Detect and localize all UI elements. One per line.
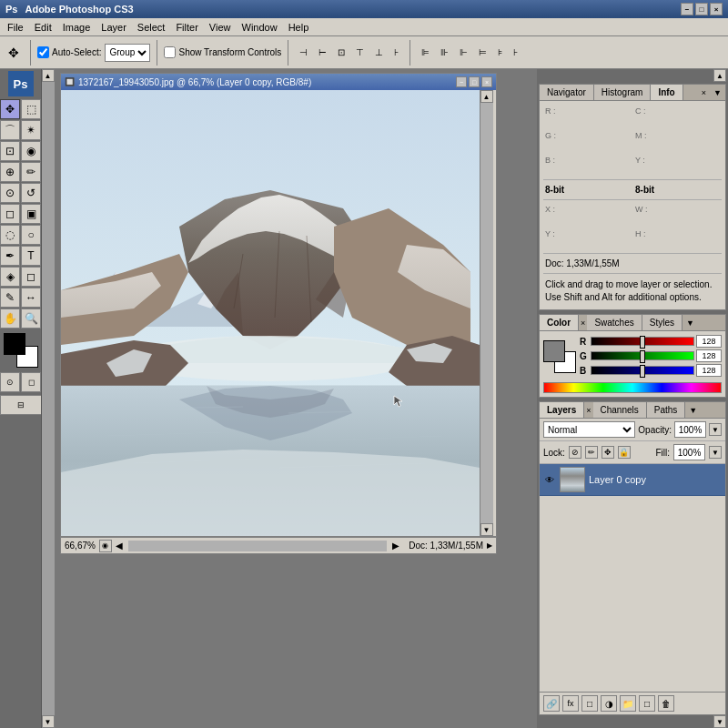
align-left-btn[interactable]: ⊣ <box>295 45 312 60</box>
layer-link-btn[interactable]: 🔗 <box>543 695 560 712</box>
shape-tool[interactable]: ◻ <box>21 267 41 287</box>
eraser-tool[interactable]: ◻ <box>0 204 20 224</box>
doc-maximize-btn[interactable]: □ <box>469 76 480 87</box>
tab-navigator[interactable]: Navigator <box>540 85 594 100</box>
layer-group-btn[interactable]: 📁 <box>620 695 636 712</box>
blend-mode-dropdown[interactable]: Normal Multiply Screen <box>543 421 635 438</box>
lock-image-btn[interactable]: ✏ <box>585 446 598 459</box>
notes-tool[interactable]: ✎ <box>0 288 20 308</box>
tab-swatches[interactable]: Swatches <box>587 315 642 330</box>
dodge-tool[interactable]: ○ <box>21 225 41 245</box>
doc-minimize-btn[interactable]: − <box>456 76 467 87</box>
tab-paths[interactable]: Paths <box>647 402 686 418</box>
tab-styles[interactable]: Styles <box>642 315 682 330</box>
menu-file[interactable]: File <box>2 20 29 35</box>
auto-select-dropdown[interactable]: Group Layer <box>105 44 150 62</box>
eyedropper-tool[interactable]: ◉ <box>21 141 41 161</box>
align-right-btn[interactable]: ⊡ <box>333 45 349 60</box>
pen-tool[interactable]: ✒ <box>0 246 20 266</box>
menu-image[interactable]: Image <box>57 20 96 35</box>
align-center-btn[interactable]: ⊢ <box>314 45 331 60</box>
menu-window[interactable]: Window <box>237 20 283 35</box>
g-thumb[interactable] <box>640 350 645 363</box>
r-slider[interactable] <box>591 337 694 346</box>
r-thumb[interactable] <box>640 336 645 349</box>
opacity-input[interactable] <box>674 421 706 438</box>
fill-scroll-btn[interactable]: ▼ <box>709 446 722 459</box>
move-tool-btn[interactable]: ✥ <box>4 43 24 63</box>
dist-v2-btn[interactable]: ⊨ <box>474 45 491 60</box>
layers-tab-close[interactable]: × <box>584 404 592 417</box>
path-select-tool[interactable]: ◈ <box>0 267 20 287</box>
layer-adj-btn[interactable]: ◑ <box>601 695 617 712</box>
auto-select-checkbox[interactable] <box>37 46 49 58</box>
info-panel-menu[interactable]: ▼ <box>710 86 725 99</box>
color-tab-close[interactable]: × <box>579 317 587 329</box>
tab-color[interactable]: Color <box>540 315 579 330</box>
dist-h-btn[interactable]: ⊫ <box>417 45 434 60</box>
dist-v3-btn[interactable]: ⊦ <box>509 45 522 60</box>
minimize-button[interactable]: − <box>681 3 693 15</box>
b-thumb[interactable] <box>640 365 645 378</box>
standard-mode-btn[interactable]: ◻ <box>21 372 41 392</box>
lasso-tool[interactable]: ⌒ <box>0 120 20 140</box>
screen-toggle[interactable]: ⊟ <box>0 395 42 415</box>
panel-scroll-up[interactable]: ▲ <box>713 69 726 82</box>
g-slider[interactable] <box>591 351 694 360</box>
doc-close-btn[interactable]: × <box>481 76 492 87</box>
menu-filter[interactable]: Filter <box>170 20 203 35</box>
info-panel-close[interactable]: × <box>698 86 710 99</box>
marquee-tool[interactable]: ⬚ <box>21 99 41 119</box>
healing-tool[interactable]: ⊕ <box>0 162 20 182</box>
crop-tool[interactable]: ⊡ <box>0 141 20 161</box>
zoom-preview-btn[interactable]: ◉ <box>99 540 112 552</box>
history-tool[interactable]: ↺ <box>21 183 41 203</box>
close-button[interactable]: × <box>710 3 723 15</box>
scroll-down-btn[interactable]: ▼ <box>42 715 55 728</box>
brush-tool[interactable]: ✏ <box>21 162 41 182</box>
vscroll-down-btn[interactable]: ▼ <box>480 523 493 536</box>
color-swatches[interactable] <box>4 333 38 368</box>
zoom-tool[interactable]: 🔍 <box>21 308 41 329</box>
dist-h3-btn[interactable]: ⊧ <box>493 45 507 60</box>
b-slider[interactable] <box>591 366 694 375</box>
blur-tool[interactable]: ◌ <box>0 225 20 245</box>
maximize-button[interactable]: □ <box>695 3 708 15</box>
r-value[interactable]: 128 <box>696 335 722 348</box>
hscroll-track[interactable] <box>128 541 387 551</box>
layer-mask-btn[interactable]: □ <box>581 695 598 712</box>
layer-visibility-btn[interactable]: 👁 <box>543 473 556 486</box>
menu-help[interactable]: Help <box>283 20 315 35</box>
scroll-up-btn[interactable]: ▲ <box>42 69 55 82</box>
quick-mask-btn[interactable]: ⊙ <box>0 372 20 392</box>
layers-panel-menu[interactable]: ▼ <box>685 404 701 417</box>
color-spectrum[interactable] <box>543 382 722 393</box>
screen-mode-btn[interactable]: ⊟ <box>0 395 42 415</box>
align-top-btn[interactable]: ⊤ <box>351 45 369 60</box>
b-value[interactable]: 128 <box>696 364 722 377</box>
menu-edit[interactable]: Edit <box>29 20 57 35</box>
dist-h2-btn[interactable]: ⊩ <box>455 45 472 60</box>
opacity-scroll-btn[interactable]: ▼ <box>709 423 722 436</box>
hscroll-right[interactable]: ▶ <box>392 541 399 551</box>
move-tool[interactable]: ✥ <box>0 99 20 119</box>
layer-new-btn[interactable]: □ <box>639 695 655 712</box>
clone-tool[interactable]: ⊙ <box>0 183 20 203</box>
vscroll-up-btn[interactable]: ▲ <box>480 90 493 103</box>
gradient-tool[interactable]: ▣ <box>21 204 41 224</box>
align-middle-btn[interactable]: ⊥ <box>370 45 388 60</box>
align-bottom-btn[interactable]: ⊦ <box>389 45 403 60</box>
menu-select[interactable]: Select <box>132 20 171 35</box>
layer-fx-btn[interactable]: fx <box>562 695 579 712</box>
menu-layer[interactable]: Layer <box>96 20 132 35</box>
foreground-color-swatch[interactable] <box>4 333 25 355</box>
tab-channels[interactable]: Channels <box>593 402 647 418</box>
image-canvas[interactable] <box>61 90 480 536</box>
layer-row[interactable]: 👁 Layer 0 copy <box>540 464 725 496</box>
transform-controls-checkbox[interactable] <box>164 46 176 58</box>
vscroll-track[interactable] <box>480 103 493 523</box>
hand-tool[interactable]: ✋ <box>0 308 20 329</box>
lock-transparent-btn[interactable]: ⊘ <box>569 446 581 459</box>
layer-delete-btn[interactable]: 🗑 <box>658 695 674 712</box>
text-tool[interactable]: T <box>21 246 41 266</box>
